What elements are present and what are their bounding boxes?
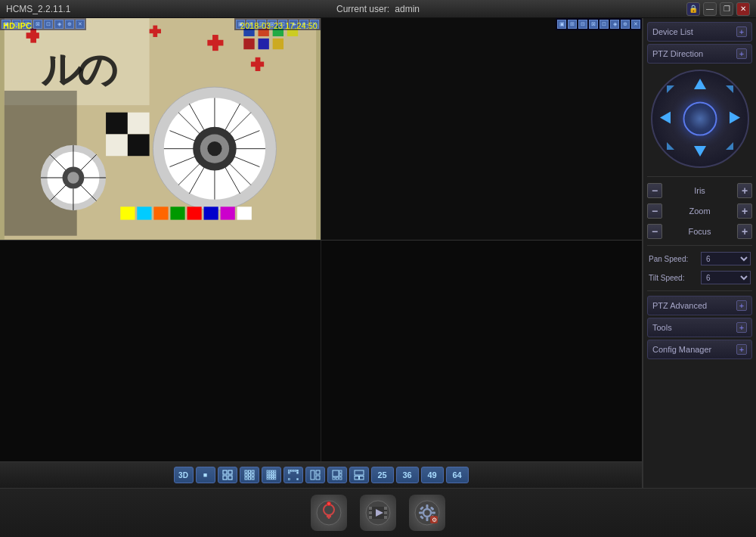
- close-button[interactable]: ✕: [736, 2, 750, 16]
- app-bar: ⚙: [0, 488, 756, 537]
- cell-icon-4[interactable]: ⊠: [33, 20, 42, 29]
- cell2-icon-r8[interactable]: ✕: [631, 20, 640, 29]
- focus-plus-btn[interactable]: +: [737, 224, 752, 239]
- svg-rect-101: [355, 476, 359, 480]
- ptz-downleft-btn[interactable]: [666, 141, 675, 153]
- cell2-icon-r3[interactable]: ⊟: [578, 20, 587, 29]
- svg-rect-57: [245, 470, 247, 473]
- svg-rect-128: [426, 504, 429, 508]
- app-title: HCMS_2.2.11.1: [6, 4, 70, 14]
- video-bottom-row: [0, 241, 642, 462]
- ptz-left-btn[interactable]: [658, 111, 672, 127]
- ptz-right-btn[interactable]: [728, 111, 742, 127]
- iris-label: Iris: [665, 186, 734, 195]
- cell-icon-7[interactable]: ⊕: [65, 20, 74, 29]
- btn-4x4[interactable]: [262, 467, 281, 483]
- svg-rect-96: [339, 474, 342, 476]
- svg-rect-95: [339, 470, 342, 473]
- svg-rect-76: [271, 475, 273, 476]
- svg-rect-129: [426, 517, 429, 521]
- svg-rect-102: [359, 476, 364, 480]
- zoom-minus-btn[interactable]: −: [647, 203, 662, 219]
- pan-speed-select[interactable]: 6123 4578 910: [701, 252, 751, 265]
- camera-label: HD-IPC: [3, 21, 32, 30]
- btn-alt1[interactable]: [305, 467, 325, 483]
- ptz-direction-btn[interactable]: PTZ Direction +: [647, 44, 752, 64]
- btn-alt2[interactable]: [327, 467, 347, 483]
- window-controls: 🔒 — ❐ ✕: [686, 2, 750, 16]
- svg-rect-43: [153, 206, 168, 219]
- config-app-btn[interactable]: ⚙: [407, 492, 448, 534]
- svg-rect-82: [288, 470, 290, 472]
- btn-64[interactable]: 64: [446, 467, 469, 483]
- main-container: ル の: [0, 18, 756, 488]
- ptz-advanced-plus-icon[interactable]: +: [736, 300, 747, 311]
- ptz-up-btn[interactable]: [693, 77, 707, 93]
- minimize-button[interactable]: —: [703, 2, 717, 16]
- camera-cell-4[interactable]: [321, 241, 642, 462]
- btn-2x2[interactable]: [218, 467, 237, 483]
- btn-25[interactable]: 25: [371, 467, 394, 483]
- ptz-down-btn[interactable]: [693, 144, 707, 160]
- btn-49[interactable]: 49: [421, 467, 444, 483]
- svg-rect-51: [128, 113, 150, 135]
- svg-marker-107: [667, 85, 674, 93]
- svg-rect-98: [333, 477, 335, 480]
- svg-rect-97: [339, 477, 342, 480]
- device-list-plus-icon[interactable]: +: [736, 26, 747, 37]
- ptz-center-btn[interactable]: [683, 102, 717, 136]
- camera-cell-1[interactable]: ル の: [0, 18, 321, 240]
- ptz-upright-btn[interactable]: [725, 85, 734, 96]
- cell2-icon-r2[interactable]: ⊞: [568, 20, 577, 29]
- cell2-icon-r6[interactable]: ◈: [610, 20, 619, 29]
- ptz-advanced-btn[interactable]: PTZ Advanced +: [647, 296, 752, 315]
- btn-5x5[interactable]: [284, 467, 303, 483]
- svg-rect-55: [223, 476, 227, 480]
- divider-2: [647, 245, 752, 246]
- camera-cell-2[interactable]: ▣ ⊞ ⊟ ⊠ ⊡ ◈ ⊕ ✕: [321, 18, 642, 240]
- restore-button[interactable]: ❐: [720, 2, 733, 16]
- ptz-direction-plus-icon[interactable]: +: [736, 48, 747, 59]
- btn-3d[interactable]: 3D: [174, 467, 194, 483]
- cell-icon-6[interactable]: ◈: [54, 20, 64, 29]
- cell2-icon-r1[interactable]: ▣: [557, 20, 566, 29]
- titlebar: HCMS_2.2.11.1 Current user: admin 🔒 — ❐ …: [0, 0, 756, 18]
- cell2-toolbar: ▣ ⊞ ⊟ ⊠ ⊡ ◈ ⊕ ✕: [556, 18, 642, 30]
- svg-rect-70: [267, 473, 268, 474]
- svg-rect-62: [252, 474, 254, 476]
- current-user-value: admin: [395, 4, 420, 14]
- tools-btn[interactable]: Tools +: [647, 318, 752, 337]
- btn-3x3[interactable]: [240, 467, 259, 483]
- cell-icon-8[interactable]: ✕: [76, 20, 85, 29]
- focus-minus-btn[interactable]: −: [647, 224, 662, 239]
- camera-cell-3[interactable]: [0, 241, 321, 462]
- svg-rect-66: [267, 470, 268, 472]
- device-list-btn[interactable]: Device List +: [647, 22, 752, 42]
- iris-plus-btn[interactable]: +: [737, 183, 752, 198]
- lock-button[interactable]: 🔒: [686, 2, 700, 16]
- btn-36[interactable]: 36: [396, 467, 419, 483]
- cell-icon-5[interactable]: ⊡: [44, 20, 53, 29]
- svg-rect-63: [245, 477, 247, 480]
- tools-plus-icon[interactable]: +: [736, 322, 747, 333]
- svg-point-114: [328, 517, 330, 519]
- btn-alt3[interactable]: [349, 467, 369, 483]
- svg-marker-104: [694, 146, 706, 157]
- alarm-app-btn[interactable]: [308, 492, 350, 534]
- iris-minus-btn[interactable]: −: [647, 183, 662, 198]
- video-app-btn[interactable]: [358, 492, 399, 534]
- cell2-icon-r5[interactable]: ⊡: [600, 20, 609, 29]
- cell2-icon-r7[interactable]: ⊕: [621, 20, 630, 29]
- svg-rect-130: [419, 512, 423, 514]
- ptz-upleft-btn[interactable]: [666, 85, 675, 96]
- btn-1x1[interactable]: ■: [196, 467, 215, 483]
- config-manager-plus-icon[interactable]: +: [736, 344, 747, 355]
- zoom-plus-btn[interactable]: +: [737, 203, 752, 219]
- pan-speed-row: Pan Speed: 6123 4578 910: [647, 250, 752, 267]
- config-manager-btn[interactable]: Config Manager +: [647, 340, 752, 359]
- device-list-label: Device List: [652, 27, 693, 36]
- svg-rect-100: [355, 470, 364, 475]
- cell2-icon-r4[interactable]: ⊠: [589, 20, 598, 29]
- ptz-downright-btn[interactable]: [725, 141, 734, 153]
- tilt-speed-select[interactable]: 6123 4578 910: [701, 271, 751, 284]
